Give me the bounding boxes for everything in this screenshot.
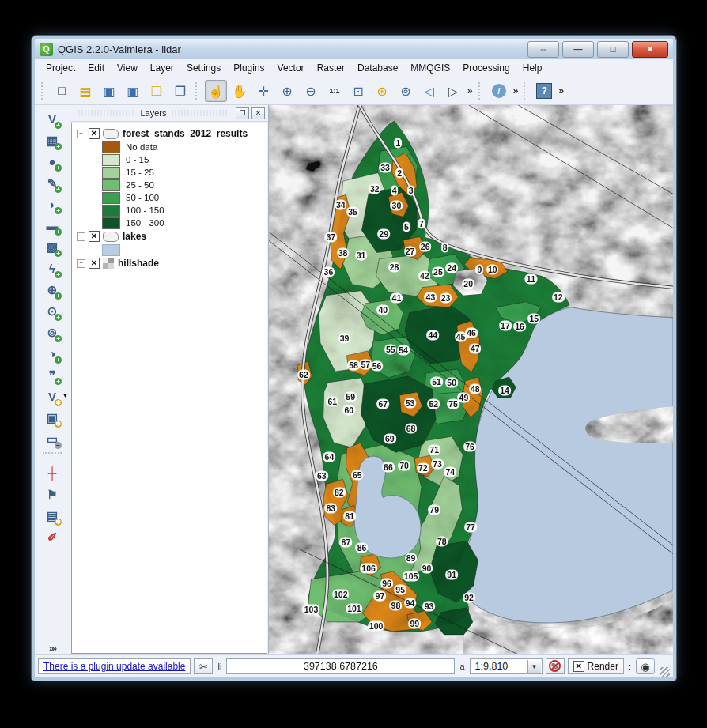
crs-status-button[interactable]: ◉ [636, 658, 655, 674]
coordinate-display[interactable]: 397138,6787216 [226, 658, 455, 674]
legend-class-label: 15 - 25 [126, 168, 154, 177]
scale-combobox[interactable]: 1:9,810 ▼ [470, 658, 543, 674]
add-postgis-layer-button[interactable]: ●+ [41, 151, 63, 172]
annotation-tool-icon: ✐ [47, 530, 58, 545]
zoom-native-button[interactable]: 1:1 [323, 80, 346, 102]
add-sqlanywhere-layer-button[interactable]: ϟ+ [41, 258, 63, 279]
toolbar-overflow-button[interactable]: » [465, 85, 475, 96]
menu-project[interactable]: Project [40, 61, 81, 75]
close-button[interactable]: ✕ [632, 41, 668, 58]
zoom-next-button[interactable]: ▷ [442, 80, 464, 102]
zoom-full-icon: ⊡ [353, 84, 363, 99]
new-spatialite-layer-button[interactable]: ▣✱ [41, 407, 63, 428]
save-project-as-button[interactable]: ▣ [122, 80, 144, 102]
menu-processing[interactable]: Processing [456, 61, 516, 75]
add-raster-layer-button[interactable]: ▦+ [41, 130, 63, 151]
touch-zoom-tool-button[interactable]: ☝ [205, 80, 227, 102]
add-oracle-layer-button[interactable]: ▬+ [41, 215, 63, 236]
label-tool-button[interactable]: ⚑ [41, 484, 63, 505]
move-label-tool-button[interactable]: ▤✱ [41, 505, 63, 526]
layer-visibility-checkbox[interactable]: ✕ [89, 128, 100, 139]
map-canvas[interactable]: 1234578910111214151617202324252627282930… [269, 105, 673, 654]
toolbar-overflow-button[interactable]: » [556, 85, 566, 96]
menu-vector[interactable]: Vector [271, 61, 311, 75]
open-project-button[interactable]: ▤ [74, 80, 96, 102]
maximize-button[interactable]: □ [597, 41, 629, 58]
stand-label: 98 [390, 600, 403, 610]
menu-plugins[interactable]: Plugins [227, 61, 270, 75]
menu-view[interactable]: View [111, 61, 144, 75]
toolbar-overflow-button[interactable]: » [511, 85, 521, 96]
stand-label: 65 [351, 470, 364, 481]
chevron-down-icon[interactable]: ▼ [62, 393, 68, 398]
layer-row[interactable]: +✕hillshade [75, 256, 267, 270]
zoom-full-button[interactable]: ⊡ [347, 80, 369, 102]
save-project-button[interactable]: ▣ [98, 80, 120, 102]
save-project-icon: ▣ [103, 84, 115, 99]
new-print-composer-button[interactable]: ❏ [146, 80, 168, 102]
tree-expander-icon[interactable]: − [77, 130, 85, 138]
annotation-tool-button[interactable]: ✐ [41, 526, 63, 548]
stand-label: 91 [445, 569, 458, 579]
toolbar-overflow-button[interactable]: »» [49, 643, 55, 653]
chevron-down-icon[interactable]: ▼ [527, 660, 541, 673]
zoom-to-selection-button[interactable]: ⊛ [371, 80, 393, 102]
menu-layer[interactable]: Layer [144, 61, 180, 75]
add-memory-layer-button[interactable]: ◑+ [41, 343, 63, 364]
layer-row[interactable]: −✕lakes [75, 229, 267, 243]
help-contents-button[interactable]: ? [533, 80, 555, 102]
plugin-update-icon[interactable]: ✂ [194, 658, 213, 674]
add-wfs-layer-button[interactable]: ⊙+ [41, 300, 63, 322]
new-project-button[interactable]: □ [51, 80, 73, 102]
pan-map-tool-button[interactable]: ✋ [229, 80, 251, 102]
add-mssql-layer-button[interactable]: ◗+ [41, 194, 63, 215]
add-delimited-text-layer-button[interactable]: ❞+ [41, 364, 63, 386]
zoom-out-button[interactable]: ⊖ [300, 80, 322, 102]
layer-tree[interactable]: −✕forest_stands_2012_resultsNo data0 - 1… [71, 123, 267, 654]
render-checkbox[interactable]: ✕ Render [568, 658, 624, 674]
stand-number-labels: 1234578910111214151617202324252627282930… [269, 105, 673, 654]
zoom-to-layer-button[interactable]: ⊚ [395, 80, 417, 102]
add-wms-layer-button[interactable]: ▩+ [41, 236, 63, 258]
menu-database[interactable]: Database [351, 61, 404, 75]
tree-expander-icon[interactable]: + [77, 259, 85, 268]
menu-edit[interactable]: Edit [81, 61, 111, 75]
layer-visibility-checkbox[interactable]: ✕ [89, 231, 100, 242]
tree-expander-icon[interactable]: − [77, 232, 85, 241]
menu-mmqgis[interactable]: MMQGIS [404, 61, 456, 75]
plus-green-badge-icon: + [55, 356, 62, 364]
zoom-in-button[interactable]: ⊕ [276, 80, 298, 102]
identify-features-button[interactable]: i [488, 80, 510, 102]
pan-to-selection-button[interactable]: ✛ [252, 80, 274, 102]
add-vector-layer-button[interactable]: V+ [41, 108, 63, 130]
title-bar[interactable]: Q QGIS 2.2.0-Valmiera - lidar ⇔—□✕ [35, 39, 673, 59]
resize-button[interactable]: ⇔ [527, 41, 559, 58]
layer-row[interactable]: −✕forest_stands_2012_results [75, 126, 267, 141]
zoom-to-layer-icon: ⊚ [400, 84, 410, 99]
legend-class-row: 15 - 25 [102, 166, 267, 179]
layers-panel-titlebar[interactable]: Layers ❐ ✕ [70, 105, 268, 122]
menu-raster[interactable]: Raster [311, 61, 351, 75]
dock-float-button[interactable]: ❐ [236, 107, 249, 119]
resize-grip[interactable] [660, 667, 670, 677]
minimize-button[interactable]: — [562, 41, 594, 58]
add-spatialite-layer-button[interactable]: ✎+ [41, 172, 63, 194]
stop-render-button[interactable]: ✎ [546, 658, 565, 674]
stand-label: 66 [382, 462, 395, 473]
add-ows-layer-button[interactable]: ⊚+ [41, 322, 63, 343]
stand-label: 101 [346, 603, 363, 613]
window-title: QGIS 2.2.0-Valmiera - lidar [58, 43, 524, 55]
new-shapefile-layer-button[interactable]: V✱▼ [41, 386, 63, 407]
menu-settings[interactable]: Settings [180, 61, 227, 75]
layer-visibility-checkbox[interactable]: ✕ [89, 258, 100, 269]
dock-close-button[interactable]: ✕ [251, 107, 265, 119]
stand-label: 38 [337, 247, 350, 258]
remove-layer-button[interactable]: ▭− [41, 428, 63, 450]
menu-help[interactable]: Help [516, 61, 549, 75]
zoom-last-button[interactable]: ◁ [418, 80, 440, 102]
add-wcs-layer-button[interactable]: ⊕+ [41, 279, 63, 300]
composer-manager-button[interactable]: ❐ [169, 80, 191, 102]
plugin-update-link[interactable]: There is a plugin update available [39, 661, 190, 672]
recenter-tool-button[interactable]: ┼ [41, 462, 63, 484]
stand-label: 23 [440, 292, 452, 303]
